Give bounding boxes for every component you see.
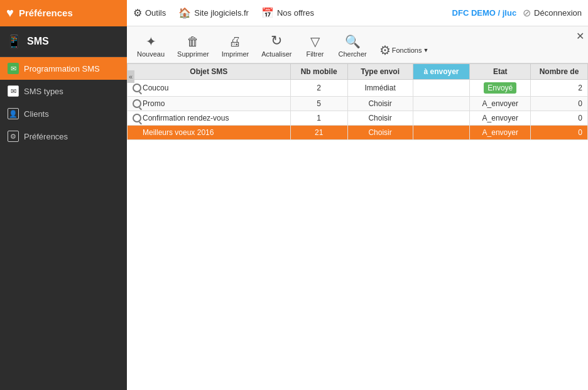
chercher-button[interactable]: 🔍 Chercher	[333, 31, 371, 60]
cell-type-envoi: Choisir	[347, 126, 413, 140]
sidebar-item-label: Préférences	[24, 132, 68, 141]
sidebar-item-label: SMS types	[24, 87, 63, 96]
app-title: Préférences	[19, 8, 73, 18]
cell-etat: Envoyé	[470, 80, 531, 97]
sms-table: Objet SMS Nb mobile Type envoi à envoyer…	[127, 63, 588, 140]
cell-nombre-de: 0	[531, 97, 588, 111]
outils-icon: ⚙	[133, 7, 142, 19]
chercher-label: Chercher	[338, 50, 366, 58]
imprimer-button[interactable]: 🖨 Imprimer	[217, 32, 254, 60]
sidebar-item-label: Programmation SMS	[24, 64, 100, 73]
top-nav: ⚙ Outils 🏠 Site jlogiciels.fr 📅 Nos offr…	[127, 7, 452, 19]
col-nombre-de: Nombre de	[531, 64, 588, 80]
status-badge: Envoyé	[484, 82, 516, 94]
filtrer-label: Filtrer	[306, 50, 324, 58]
logout-button[interactable]: ⊘ Déconnexion	[523, 7, 582, 19]
sidebar-item-preferences[interactable]: ⚙ Préférences	[0, 125, 127, 148]
cell-objet: Confirmation rendez-vous	[128, 111, 291, 126]
nav-outils[interactable]: ⚙ Outils	[133, 7, 166, 19]
cell-a-envoyer	[413, 111, 470, 126]
col-type-envoi: Type envoi	[347, 64, 413, 80]
cell-nombre-de: 0	[531, 126, 588, 140]
sms-types-icon: ✉	[8, 85, 19, 97]
cell-a-envoyer	[413, 126, 470, 140]
col-a-envoyer: à envoyer	[413, 64, 470, 80]
sms-icon: 📱	[6, 34, 22, 49]
table-row[interactable]: Meilleurs voeux 2016 21 Choisir A_envoye…	[128, 126, 588, 140]
cell-etat: A_envoyer	[470, 126, 531, 140]
sidebar-header-label: SMS	[27, 36, 49, 47]
cell-nombre-de: 0	[531, 111, 588, 126]
table-container: Objet SMS Nb mobile Type envoi à envoyer…	[127, 63, 588, 390]
content-area: « ✦ Nouveau 🗑 Supprimer 🖨 Imprimer ↻ Act…	[127, 26, 588, 390]
sidebar-item-clients[interactable]: 👤 Clients	[0, 102, 127, 125]
filtrer-button[interactable]: ▽ Filtrer	[299, 31, 330, 60]
logout-label: Déconnexion	[534, 8, 582, 18]
actualiser-button[interactable]: ↻ Actualiser	[256, 30, 297, 60]
cell-nombre-de: 2	[531, 80, 588, 97]
user-name: DFC DEMO / jluc	[452, 8, 517, 18]
app-logo-area: ♥ Préférences	[0, 0, 127, 26]
nav-outils-label: Outils	[145, 8, 166, 18]
imprimer-label: Imprimer	[222, 50, 249, 58]
cell-type-envoi: Choisir	[347, 97, 413, 111]
table-row[interactable]: Confirmation rendez-vous 1 Choisir A_env…	[128, 111, 588, 126]
nav-site[interactable]: 🏠 Site jlogiciels.fr	[178, 7, 249, 19]
sidebar-item-label: Clients	[24, 109, 49, 119]
cell-objet: Promo	[128, 97, 291, 111]
preferences-icon: ⚙	[8, 131, 19, 142]
cell-objet: Meilleurs voeux 2016	[128, 126, 291, 140]
toolbar: ✦ Nouveau 🗑 Supprimer 🖨 Imprimer ↻ Actua…	[127, 26, 588, 63]
nav-site-label: Site jlogiciels.fr	[194, 8, 249, 18]
heart-icon: ♥	[6, 6, 14, 20]
nouveau-button[interactable]: ✦ Nouveau	[132, 31, 170, 60]
row-search-icon[interactable]	[133, 128, 141, 137]
row-search-icon[interactable]	[133, 99, 141, 108]
user-section: DFC DEMO / jluc ⊘ Déconnexion	[452, 7, 588, 19]
cell-nb-mobile: 5	[290, 97, 347, 111]
calendar-icon: 📅	[261, 7, 274, 19]
row-search-icon[interactable]	[133, 114, 141, 122]
cell-type-envoi: Immédiat	[347, 80, 413, 97]
collapse-sidebar-button[interactable]: «	[127, 70, 134, 83]
sidebar-item-sms-types[interactable]: ✉ SMS types	[0, 80, 127, 102]
sidebar-item-programmation-sms[interactable]: ✉ Programmation SMS	[0, 57, 127, 80]
home-icon: 🏠	[178, 7, 191, 19]
print-icon: 🖨	[229, 35, 241, 49]
nav-offres-label: Nos offres	[277, 8, 314, 18]
logout-icon: ⊘	[523, 7, 531, 19]
cell-nb-mobile: 2	[290, 80, 347, 97]
fonctions-label: Fonctions	[392, 46, 422, 54]
filter-icon: ▽	[310, 34, 320, 49]
programmation-sms-icon: ✉	[8, 63, 19, 74]
close-button[interactable]: ✕	[576, 30, 584, 42]
table-row[interactable]: Promo 5 Choisir A_envoyer 0	[128, 97, 588, 111]
table-header-row: Objet SMS Nb mobile Type envoi à envoyer…	[128, 64, 588, 80]
cell-type-envoi: Choisir	[347, 111, 413, 126]
supprimer-label: Supprimer	[177, 50, 209, 58]
clients-icon: 👤	[8, 108, 19, 119]
fonctions-icon: ⚙	[379, 43, 391, 58]
nav-offres[interactable]: 📅 Nos offres	[261, 7, 314, 19]
top-bar: ♥ Préférences ⚙ Outils 🏠 Site jlogiciels…	[0, 0, 588, 26]
main-layout: 📱 SMS ✉ Programmation SMS ✉ SMS types 👤 …	[0, 26, 588, 390]
fonctions-button[interactable]: ⚙ Fonctions ▼	[374, 40, 434, 60]
trash-icon: 🗑	[187, 35, 199, 49]
cell-a-envoyer	[413, 97, 470, 111]
table-row[interactable]: Coucou 2 Immédiat Envoyé 2	[128, 80, 588, 97]
cell-a-envoyer	[413, 80, 470, 97]
col-nb-mobile: Nb mobile	[290, 64, 347, 80]
actualiser-label: Actualiser	[261, 50, 291, 58]
supprimer-button[interactable]: 🗑 Supprimer	[172, 32, 214, 60]
cell-nb-mobile: 21	[290, 126, 347, 140]
sidebar-items: ✉ Programmation SMS ✉ SMS types 👤 Client…	[0, 57, 127, 390]
sidebar-header: 📱 SMS	[0, 26, 127, 57]
nouveau-icon: ✦	[146, 34, 156, 49]
cell-objet: Coucou	[128, 80, 291, 97]
cell-etat: A_envoyer	[470, 97, 531, 111]
col-objet-sms: Objet SMS	[128, 64, 291, 80]
search-icon: 🔍	[345, 34, 361, 49]
cell-nb-mobile: 1	[290, 111, 347, 126]
nouveau-label: Nouveau	[137, 50, 165, 58]
row-search-icon[interactable]	[133, 84, 141, 92]
